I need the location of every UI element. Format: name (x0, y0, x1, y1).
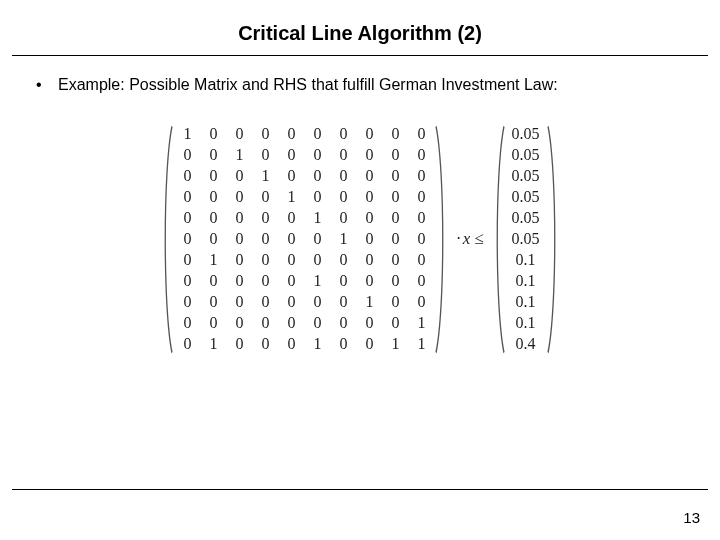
matrix-cell: 0 (304, 145, 330, 166)
matrix-cell: 0 (382, 124, 408, 145)
matrix-cell: 0 (252, 208, 278, 229)
matrix-cell: 1 (408, 313, 434, 334)
matrix-cell: 0 (356, 166, 382, 187)
matrix-cell: 0 (174, 313, 200, 334)
matrix-cell: 0 (330, 313, 356, 334)
matrix-cell: 0 (330, 124, 356, 145)
matrix-cell: 0 (382, 145, 408, 166)
vector-cell: 0.05 (506, 124, 546, 145)
matrix-cell: 0 (226, 166, 252, 187)
matrix-cell: 0 (382, 229, 408, 250)
matrix-cell: 1 (174, 124, 200, 145)
operator: ·x≤ (448, 229, 491, 249)
page-number: 13 (683, 509, 700, 526)
content-area: Example: Possible Matrix and RHS that fu… (0, 56, 720, 355)
paren-right-icon (434, 124, 448, 355)
matrix-cell: 0 (382, 187, 408, 208)
matrix-cell: 0 (304, 166, 330, 187)
vector-table: 0.050.050.050.050.050.050.10.10.10.10.4 (506, 124, 546, 355)
rhs-vector: 0.050.050.050.050.050.050.10.10.10.10.4 (492, 124, 560, 355)
matrix-cell: 0 (356, 313, 382, 334)
matrix-cell: 0 (330, 187, 356, 208)
matrix-cell: 0 (252, 229, 278, 250)
matrix-cell: 0 (252, 145, 278, 166)
matrix: 1000000000001000000000010000000000100000… (160, 124, 448, 355)
matrix-cell: 0 (278, 208, 304, 229)
matrix-cell: 0 (304, 292, 330, 313)
matrix-cell: 0 (408, 187, 434, 208)
matrix-cell: 0 (382, 292, 408, 313)
vector-cell: 0.1 (506, 271, 546, 292)
matrix-cell: 0 (278, 292, 304, 313)
matrix-cell: 0 (408, 208, 434, 229)
matrix-cell: 0 (382, 271, 408, 292)
matrix-cell: 0 (278, 124, 304, 145)
vector-cell: 0.05 (506, 208, 546, 229)
matrix-cell: 0 (200, 229, 226, 250)
matrix-cell: 0 (200, 145, 226, 166)
matrix-cell: 0 (252, 292, 278, 313)
matrix-cell: 0 (408, 250, 434, 271)
matrix-cell: 0 (330, 250, 356, 271)
matrix-cell: 0 (226, 208, 252, 229)
matrix-cell: 0 (174, 250, 200, 271)
matrix-cell: 0 (356, 271, 382, 292)
matrix-cell: 0 (226, 334, 252, 355)
vector-cell: 0.05 (506, 229, 546, 250)
matrix-cell: 0 (408, 124, 434, 145)
matrix-cell: 0 (356, 334, 382, 355)
vector-cell: 0.05 (506, 166, 546, 187)
matrix-table: 1000000000001000000000010000000000100000… (174, 124, 434, 355)
matrix-cell: 0 (382, 208, 408, 229)
matrix-cell: 0 (408, 229, 434, 250)
matrix-cell: 0 (226, 271, 252, 292)
matrix-cell: 0 (278, 250, 304, 271)
matrix-cell: 0 (330, 292, 356, 313)
matrix-cell: 0 (200, 187, 226, 208)
matrix-cell: 0 (252, 334, 278, 355)
matrix-cell: 0 (200, 166, 226, 187)
matrix-cell: 0 (252, 124, 278, 145)
matrix-cell: 0 (200, 124, 226, 145)
leq-symbol: ≤ (470, 229, 483, 248)
matrix-cell: 0 (356, 250, 382, 271)
matrix-cell: 0 (226, 250, 252, 271)
matrix-cell: 0 (174, 208, 200, 229)
matrix-cell: 0 (200, 271, 226, 292)
matrix-cell: 0 (278, 313, 304, 334)
matrix-cell: 0 (278, 271, 304, 292)
matrix-cell: 1 (278, 187, 304, 208)
matrix-cell: 1 (304, 271, 330, 292)
matrix-cell: 1 (356, 292, 382, 313)
matrix-cell: 0 (382, 313, 408, 334)
matrix-cell: 0 (304, 250, 330, 271)
paren-left-icon (492, 124, 506, 355)
matrix-cell: 0 (252, 271, 278, 292)
matrix-cell: 0 (226, 313, 252, 334)
matrix-cell: 0 (356, 229, 382, 250)
matrix-cell: 0 (356, 208, 382, 229)
matrix-cell: 0 (174, 271, 200, 292)
matrix-cell: 0 (278, 334, 304, 355)
matrix-cell: 0 (200, 292, 226, 313)
matrix-cell: 0 (200, 208, 226, 229)
matrix-cell: 0 (226, 124, 252, 145)
matrix-cell: 0 (356, 124, 382, 145)
matrix-cell: 0 (330, 334, 356, 355)
vector-cell: 0.1 (506, 292, 546, 313)
divider-bottom (12, 489, 708, 490)
matrix-cell: 0 (304, 229, 330, 250)
matrix-cell: 1 (304, 208, 330, 229)
matrix-cell: 1 (408, 334, 434, 355)
matrix-cell: 0 (252, 250, 278, 271)
matrix-cell: 0 (304, 313, 330, 334)
matrix-cell: 0 (408, 166, 434, 187)
paren-right-icon (546, 124, 560, 355)
matrix-cell: 1 (252, 166, 278, 187)
matrix-cell: 0 (174, 292, 200, 313)
bullet-item: Example: Possible Matrix and RHS that fu… (30, 74, 690, 96)
matrix-cell: 0 (356, 187, 382, 208)
slide-title: Critical Line Algorithm (2) (0, 0, 720, 55)
matrix-cell: 0 (200, 313, 226, 334)
paren-left-icon (160, 124, 174, 355)
